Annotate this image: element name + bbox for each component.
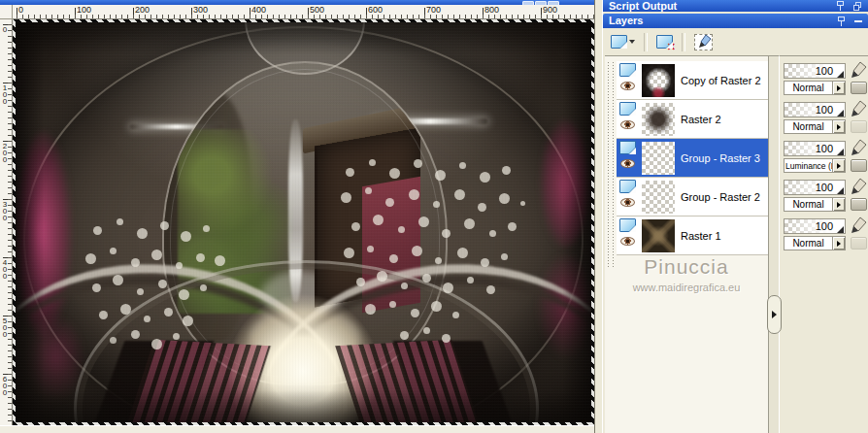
watermark-name: Pinuccia	[605, 255, 768, 279]
layer-name: Group - Raster 2	[681, 191, 760, 203]
layer-thumbnail[interactable]	[642, 142, 675, 175]
opacity-slider-handle[interactable]	[837, 71, 844, 78]
script-output-titlebar[interactable]: Script Output	[603, 0, 868, 12]
visibility-eye-icon[interactable]	[620, 198, 635, 207]
dropdown-arrow-button[interactable]	[832, 198, 845, 211]
ruler-label: 700	[426, 5, 441, 15]
pin-icon[interactable]	[836, 1, 845, 11]
layer-thumbnail[interactable]	[642, 64, 675, 97]
opacity-slider-handle[interactable]	[837, 149, 844, 155]
ruler-label: 200	[135, 5, 150, 15]
horizontal-ruler: 0100200300400500600700800900	[13, 5, 594, 19]
link-icon[interactable]	[851, 120, 867, 133]
chevron-right-icon	[837, 241, 841, 247]
opacity-slider[interactable]: 100	[784, 218, 846, 234]
pin-icon[interactable]	[837, 17, 846, 26]
link-icon[interactable]	[851, 198, 867, 211]
delete-layer-button[interactable]: ✕	[653, 32, 676, 51]
dropdown-arrow-button[interactable]	[832, 159, 845, 172]
brush-icon[interactable]	[849, 177, 868, 196]
layer-row[interactable]: Raster 1	[617, 216, 768, 255]
ruler-label: 500	[310, 5, 324, 15]
layer-thumbnail[interactable]	[642, 103, 675, 136]
chevron-right-icon	[837, 163, 841, 169]
opacity-slider[interactable]: 100	[784, 141, 846, 156]
visibility-eye-icon[interactable]	[620, 82, 635, 90]
brush-icon[interactable]	[849, 99, 868, 118]
blend-mode-value: Normal	[785, 238, 832, 249]
layer-controls: 100Normal	[784, 216, 868, 255]
blend-mode-value: Normal	[785, 83, 832, 93]
visibility-eye-icon[interactable]	[620, 120, 635, 129]
minimize-icon[interactable]	[854, 20, 862, 22]
link-icon[interactable]	[851, 159, 867, 172]
palette-splitter[interactable]	[768, 55, 780, 433]
vertical-ruler: 01 0 02 0 03 0 04 0 05 0 06 0 0	[0, 19, 13, 425]
chevron-right-icon	[837, 202, 841, 208]
layer-properties-column: 100Normal100Normal100Luminance (L)100Nor…	[780, 55, 868, 433]
layer-row[interactable]: Group - Raster 3	[617, 139, 768, 178]
selection-marquee	[13, 19, 594, 425]
link-icon[interactable]	[851, 237, 867, 250]
link-icon[interactable]	[851, 82, 867, 94]
ruler-label: 1 0 0	[1, 84, 9, 105]
opacity-slider-handle[interactable]	[837, 187, 844, 194]
layers-palette: Script Output Layers ✕	[602, 0, 868, 433]
new-layer-icon	[611, 35, 627, 49]
layer-name: Raster 2	[681, 114, 721, 125]
ruler-label: 300	[193, 5, 208, 15]
layer-row[interactable]: Raster 2	[617, 100, 768, 139]
visibility-eye-icon[interactable]	[620, 159, 635, 168]
opacity-slider-handle[interactable]	[837, 226, 844, 233]
opacity-slider[interactable]: 100	[784, 63, 846, 79]
brush-icon[interactable]	[849, 138, 868, 157]
dropdown-arrow-button[interactable]	[832, 120, 845, 133]
ruler-ticks	[13, 5, 594, 18]
blend-mode-dropdown[interactable]: Normal	[784, 81, 846, 95]
opacity-value: 100	[816, 143, 833, 154]
dropdown-arrow-button[interactable]	[832, 237, 845, 250]
dropdown-arrow-button[interactable]	[832, 82, 845, 94]
ruler-label: 2 0 0	[1, 143, 9, 163]
ruler-label: 5 0 0	[1, 317, 9, 338]
brush-icon[interactable]	[849, 60, 868, 80]
opacity-value: 100	[816, 182, 833, 193]
brush-icon[interactable]	[849, 216, 868, 235]
image-window: 0100200300400500600700800900 01 0 02 0 0…	[0, 0, 594, 433]
blend-mode-dropdown[interactable]: Normal	[784, 119, 846, 134]
window-bottom-edge	[0, 425, 594, 433]
ruler-label: 6 0 0	[1, 376, 9, 396]
chevron-right-icon	[772, 311, 777, 318]
ruler-label: 900	[543, 5, 557, 15]
opacity-slider[interactable]: 100	[784, 102, 846, 117]
ruler-corner	[0, 5, 13, 19]
layer-thumbnail[interactable]	[642, 219, 675, 252]
layer-row[interactable]: Copy of Raster 2	[617, 61, 768, 100]
layer-list: Copy of Raster 2Raster 2Group - Raster 3…	[605, 55, 768, 433]
blend-mode-dropdown[interactable]: Normal	[784, 197, 846, 212]
layer-name: Raster 1	[681, 230, 721, 242]
watermark-url: www.maidiregrafica.eu	[605, 282, 768, 293]
opacity-value: 100	[816, 220, 833, 232]
float-window-icon[interactable]	[853, 2, 862, 11]
layer-row[interactable]: Group - Raster 2	[617, 178, 768, 216]
ruler-label: 3 0 0	[1, 201, 9, 221]
layer-thumbnail[interactable]	[642, 181, 675, 214]
canvas-image[interactable]	[16, 22, 591, 422]
edit-selection-button[interactable]	[691, 31, 716, 53]
toolbar-separator	[644, 33, 648, 51]
new-layer-button[interactable]	[608, 32, 638, 51]
ruler-ticks	[0, 19, 12, 425]
dock-gap	[594, 0, 602, 433]
blend-mode-dropdown[interactable]: Luminance (L)	[784, 158, 846, 173]
blend-mode-dropdown[interactable]: Normal	[784, 236, 846, 250]
opacity-slider[interactable]: 100	[784, 180, 846, 195]
opacity-slider-handle[interactable]	[837, 110, 844, 117]
layers-titlebar[interactable]: Layers	[603, 14, 868, 28]
ruler-label: 4 0 0	[1, 259, 9, 280]
ruler-label: 400	[251, 5, 266, 15]
visibility-eye-icon[interactable]	[620, 237, 635, 246]
ruler-label: 800	[484, 5, 499, 15]
layer-name: Group - Raster 3	[681, 152, 760, 164]
delete-layer-icon: ✕	[656, 35, 673, 49]
